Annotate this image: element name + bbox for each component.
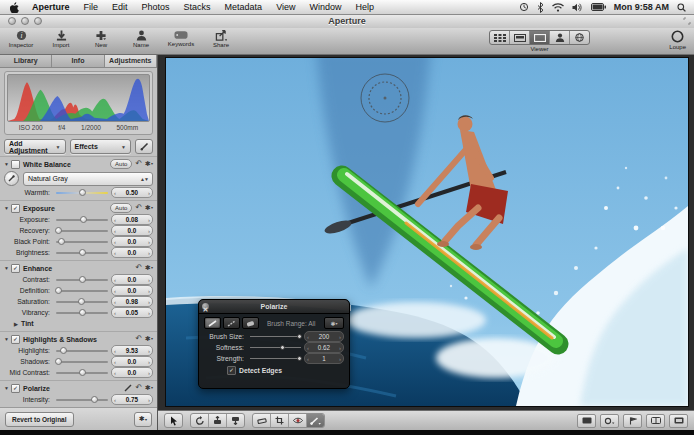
- reset-icon[interactable]: ↶: [135, 335, 142, 343]
- tab-library[interactable]: Library: [0, 54, 52, 67]
- feather-tool[interactable]: [223, 317, 240, 329]
- menu-file[interactable]: File: [77, 0, 106, 14]
- brush-size-stepper[interactable]: ‹200›: [304, 331, 344, 342]
- brightness-slider[interactable]: [56, 252, 108, 254]
- share-button[interactable]: Share: [206, 29, 236, 48]
- volume-icon[interactable]: [572, 3, 583, 12]
- zoom-navigator-button[interactable]: [600, 414, 619, 428]
- hud-gear-button[interactable]: ✱▾: [324, 317, 344, 329]
- gear-icon[interactable]: ✱▾: [145, 204, 153, 212]
- intensity-slider[interactable]: [56, 399, 108, 401]
- lift-tool[interactable]: [209, 414, 227, 427]
- exposure-stepper[interactable]: ‹0.08›: [111, 214, 153, 225]
- disclosure-triangle[interactable]: ▼: [4, 161, 11, 167]
- battery-icon[interactable]: [591, 3, 606, 11]
- crop-tool[interactable]: [271, 414, 289, 427]
- brush-tool-button[interactable]: [135, 139, 153, 154]
- strength-slider[interactable]: [250, 358, 301, 359]
- stamp-tool[interactable]: [227, 414, 244, 427]
- name-button[interactable]: Name: [126, 29, 156, 48]
- contrast-slider[interactable]: [56, 279, 108, 281]
- menu-edit[interactable]: Edit: [105, 0, 135, 14]
- flag-button[interactable]: [623, 414, 642, 428]
- highlights-slider[interactable]: [56, 350, 108, 352]
- effects-dropdown[interactable]: Effects▼: [70, 139, 132, 154]
- wifi-icon[interactable]: [552, 3, 564, 12]
- vibrancy-slider[interactable]: [56, 312, 108, 314]
- eyedropper-button[interactable]: [4, 171, 19, 186]
- disclosure-triangle[interactable]: ▼: [4, 385, 11, 391]
- softness-stepper[interactable]: ‹0.62›: [304, 342, 344, 353]
- apple-menu[interactable]: [0, 2, 25, 13]
- polarize-checkbox[interactable]: ✓: [11, 384, 20, 393]
- brush-in-tool[interactable]: [204, 317, 221, 329]
- exposure-slider[interactable]: [56, 219, 108, 221]
- shadows-slider[interactable]: [56, 361, 108, 363]
- warmth-slider[interactable]: [56, 192, 108, 194]
- selection-tool[interactable]: [165, 414, 182, 427]
- black-point-slider[interactable]: [56, 241, 108, 243]
- new-button[interactable]: New: [86, 29, 116, 48]
- fullscreen-icon[interactable]: [683, 17, 691, 25]
- auto-button[interactable]: Auto: [110, 159, 132, 169]
- shadows-stepper[interactable]: ‹0.0›: [111, 356, 153, 367]
- softness-slider[interactable]: [250, 347, 301, 348]
- places-view-button[interactable]: [570, 31, 589, 44]
- bluetooth-icon[interactable]: [537, 2, 544, 13]
- brush-size-slider[interactable]: [250, 336, 301, 337]
- reset-icon[interactable]: ↶: [135, 384, 142, 392]
- menu-stacks[interactable]: Stacks: [177, 0, 218, 14]
- enhance-checkbox[interactable]: ✓: [11, 264, 20, 273]
- secondary-display-button[interactable]: [669, 414, 688, 428]
- browser-view-button[interactable]: [490, 31, 510, 44]
- viewer-view-button[interactable]: [530, 31, 550, 44]
- menu-clock[interactable]: Mon 9:58 AM: [614, 2, 669, 12]
- brush-icon[interactable]: [124, 384, 132, 392]
- white-balance-checkbox[interactable]: ✓: [11, 160, 20, 169]
- eraser-tool[interactable]: [242, 317, 259, 329]
- strength-stepper[interactable]: ‹1›: [304, 353, 344, 364]
- inspector-button[interactable]: i Inspector: [6, 29, 36, 48]
- quick-brush-tool[interactable]: [307, 414, 324, 427]
- revert-to-original-button[interactable]: Revert to Original: [5, 412, 74, 427]
- disclosure-triangle[interactable]: ▼: [4, 336, 11, 342]
- menu-aperture[interactable]: Aperture: [25, 0, 77, 14]
- loupe-button[interactable]: Loupe: [669, 30, 686, 50]
- add-adjustment-dropdown[interactable]: Add Adjustment▼: [4, 139, 66, 154]
- thumbnails-button[interactable]: [577, 414, 596, 428]
- saturation-slider[interactable]: [56, 301, 108, 303]
- gear-icon[interactable]: ✱▾: [145, 384, 153, 392]
- faces-view-button[interactable]: [550, 31, 570, 44]
- polarize-hud[interactable]: ✕ Polarize Brush Range: All ✱▾ Brush Siz…: [198, 299, 350, 389]
- reset-icon[interactable]: ↶: [135, 204, 142, 212]
- menu-photos[interactable]: Photos: [135, 0, 177, 14]
- intensity-stepper[interactable]: ‹0.75›: [111, 394, 153, 405]
- rotate-tool[interactable]: [191, 414, 209, 427]
- mid-contrast-stepper[interactable]: ‹0.0›: [111, 367, 153, 378]
- close-icon[interactable]: ✕: [202, 303, 209, 310]
- time-machine-icon[interactable]: [519, 2, 529, 12]
- menu-view[interactable]: View: [269, 0, 302, 14]
- exposure-checkbox[interactable]: ✓: [11, 204, 20, 213]
- warmth-stepper[interactable]: ‹0.50›: [111, 187, 153, 198]
- brush-range-label[interactable]: Brush Range: All: [267, 320, 315, 327]
- spotlight-icon[interactable]: [677, 3, 686, 12]
- black-point-stepper[interactable]: ‹0.0›: [111, 236, 153, 247]
- keywords-button[interactable]: Keywords: [166, 29, 196, 48]
- highlights-stepper[interactable]: ‹9.53›: [111, 345, 153, 356]
- reset-icon[interactable]: ↶: [135, 160, 142, 168]
- reset-icon[interactable]: ↶: [135, 264, 142, 272]
- gear-icon[interactable]: ✱▾: [145, 264, 153, 272]
- brightness-stepper[interactable]: ‹0.0›: [111, 247, 153, 258]
- auto-button[interactable]: Auto: [110, 203, 132, 213]
- disclosure-triangle[interactable]: ▼: [4, 265, 11, 271]
- split-view-button[interactable]: [646, 414, 665, 428]
- vibrancy-stepper[interactable]: ‹0.05›: [111, 307, 153, 318]
- recovery-slider[interactable]: [56, 230, 108, 232]
- split-view-button[interactable]: [510, 31, 530, 44]
- import-button[interactable]: Import: [46, 29, 76, 48]
- saturation-stepper[interactable]: ‹0.98›: [111, 296, 153, 307]
- definition-stepper[interactable]: ‹0.0›: [111, 285, 153, 296]
- mid-contrast-slider[interactable]: [56, 372, 108, 374]
- detect-edges-checkbox[interactable]: ✓: [227, 366, 236, 375]
